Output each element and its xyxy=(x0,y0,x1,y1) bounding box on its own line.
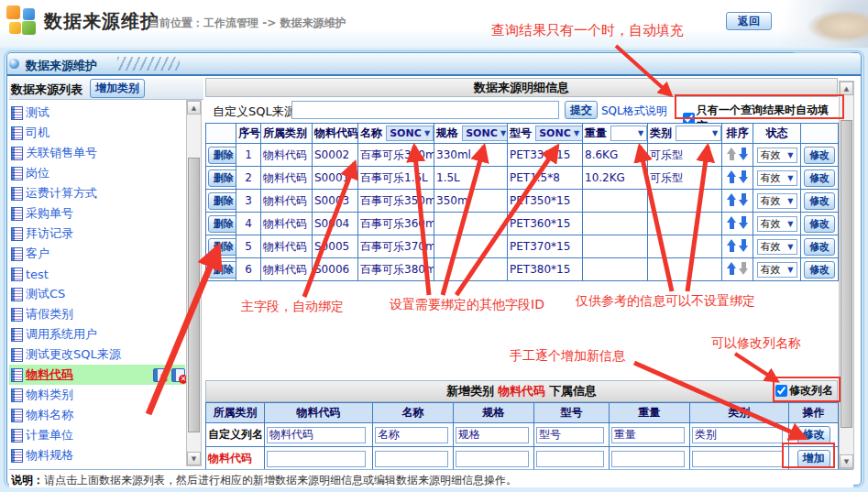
modify-button[interactable]: 修改 xyxy=(804,169,835,187)
custom-col-input-model[interactable] xyxy=(536,427,604,443)
spec-field-dropdown[interactable]: SONC▼ xyxy=(462,126,507,141)
sort-down-icon[interactable] xyxy=(739,216,749,229)
sidebar-item[interactable]: 物料名称 xyxy=(11,405,185,425)
status-dropdown[interactable]: 有效▼ xyxy=(757,193,797,209)
sidebar-item[interactable]: 计量单位 xyxy=(11,425,185,445)
document-icon xyxy=(11,247,23,261)
status-dropdown[interactable]: 有效▼ xyxy=(757,216,797,232)
custom-col-input-name[interactable] xyxy=(375,427,448,443)
sort-down-icon[interactable] xyxy=(739,239,749,252)
new-name-input[interactable] xyxy=(375,451,448,467)
modify-button[interactable]: 修改 xyxy=(804,192,835,210)
sidebar-item[interactable]: 调用系统用户 xyxy=(11,324,185,344)
rename-columns-checkbox[interactable] xyxy=(775,385,787,397)
model-field-dropdown[interactable]: SONC▼ xyxy=(535,126,582,141)
annotation-main-field: 主字段，自动绑定 xyxy=(241,299,344,315)
class-field-dropdown[interactable]: ▼ xyxy=(676,126,721,141)
sidebar-item[interactable]: 测试更改SQL来源 xyxy=(11,344,185,365)
status-dropdown[interactable]: 有效▼ xyxy=(757,239,797,255)
custom-column-name-row: 自定义列名 修改 xyxy=(206,423,839,447)
custom-col-input-spec[interactable] xyxy=(456,427,529,443)
table-row: 删除 5 物料代码 S0005 百事可乐370ml PET370*15 有效▼ … xyxy=(206,235,839,258)
modify-columns-button[interactable]: 修改 xyxy=(797,426,830,444)
sidebar-item[interactable]: 采购单号 xyxy=(11,203,185,224)
sidebar-item[interactable]: 客户 xyxy=(11,244,185,264)
col-class: 类别 ▼ xyxy=(648,124,722,144)
sidebar-item[interactable]: 测试CS xyxy=(11,284,185,304)
new-code-input[interactable] xyxy=(267,451,366,467)
custom-col-input-class[interactable] xyxy=(692,427,783,443)
sort-up-icon[interactable] xyxy=(727,170,737,183)
scroll-down-icon[interactable]: ▼ xyxy=(187,452,201,465)
tab-bullet-icon xyxy=(9,59,19,69)
modify-button[interactable]: 修改 xyxy=(804,147,835,164)
sort-up-icon[interactable] xyxy=(727,216,737,229)
col-category: 所属类别 xyxy=(261,124,313,144)
weight-field-dropdown[interactable]: ▼ xyxy=(610,126,647,141)
delete-button[interactable]: 删除 xyxy=(208,147,236,164)
custom-col-input-weight[interactable] xyxy=(611,427,685,443)
sidebar-item[interactable]: 运费计算方式 xyxy=(11,183,185,203)
sort-up-icon[interactable] xyxy=(727,193,737,206)
sort-up-icon[interactable] xyxy=(727,239,737,252)
document-icon xyxy=(11,348,23,362)
new-weight-input[interactable] xyxy=(611,451,685,467)
table-row: 删除 6 物料代码 S0006 百事可乐380ml PET380*15 有效▼ … xyxy=(206,258,839,281)
new-class-input[interactable] xyxy=(692,451,783,467)
annotation-rename-cols: 可以修改列名称 xyxy=(711,335,801,352)
new-model-input[interactable] xyxy=(536,451,604,467)
delete-button[interactable]: 删除 xyxy=(208,261,236,279)
status-dropdown[interactable]: 有效▼ xyxy=(757,262,797,278)
delete-button[interactable]: 删除 xyxy=(208,169,236,187)
delete-button[interactable]: 删除 xyxy=(208,192,236,210)
sidebar-item-selected[interactable]: 物料代码 xyxy=(9,365,185,385)
sidebar-item[interactable]: 岗位 xyxy=(11,163,185,183)
edit-icon[interactable] xyxy=(153,368,167,382)
scrollbar-thumb[interactable] xyxy=(841,120,852,428)
footer-note: 说明：请点击上面数据来源列表，然后进行相应的新增数据来源明细信息或编辑数据来源明… xyxy=(9,469,853,487)
sort-down-icon[interactable] xyxy=(739,262,749,275)
status-dropdown[interactable]: 有效▼ xyxy=(757,148,797,163)
scrollbar-thumb[interactable] xyxy=(188,158,200,432)
col-code: 物料代码 xyxy=(313,124,358,144)
delete-icon[interactable] xyxy=(171,368,185,382)
sidebar-item[interactable]: 物料规格 xyxy=(11,445,185,465)
custom-col-input-code[interactable] xyxy=(267,427,366,443)
sidebar-item[interactable]: 关联销售单号 xyxy=(11,143,185,163)
scroll-down-icon[interactable]: ▼ xyxy=(840,454,853,468)
modify-button[interactable]: 修改 xyxy=(804,215,835,233)
sort-down-icon[interactable] xyxy=(739,170,749,183)
scroll-up-icon[interactable]: ▲ xyxy=(187,101,201,115)
sort-up-icon[interactable] xyxy=(727,148,737,160)
sidebar-item[interactable]: 物料类别 xyxy=(11,385,185,405)
sql-source-input[interactable] xyxy=(291,101,559,119)
delete-button[interactable]: 删除 xyxy=(208,238,236,256)
sidebar-scrollbar[interactable]: ▲ ▼ xyxy=(186,100,202,466)
sort-down-icon[interactable] xyxy=(739,193,749,206)
sql-format-help-link[interactable]: SQL格式说明 xyxy=(601,104,667,119)
submit-button[interactable]: 提交 xyxy=(565,101,598,119)
sort-down-icon[interactable] xyxy=(739,148,749,160)
sidebar-item[interactable]: 司机 xyxy=(11,123,185,143)
new-spec-input[interactable] xyxy=(456,451,529,467)
document-icon xyxy=(11,288,23,301)
name-field-dropdown[interactable]: SONC▼ xyxy=(386,126,434,141)
document-icon xyxy=(11,368,23,382)
document-icon xyxy=(11,106,23,120)
sidebar-item[interactable]: 请假类别 xyxy=(11,304,185,324)
sql-bar: 自定义SQL来源: 提交 SQL格式说明 只有一个查询结果时自动填充 xyxy=(205,97,838,123)
col-model: 型号 SONC▼ xyxy=(508,124,583,144)
modify-button[interactable]: 修改 xyxy=(804,261,835,279)
modify-button[interactable]: 修改 xyxy=(804,238,835,256)
add-category-button[interactable]: 增加类别 xyxy=(90,79,145,98)
sidebar-item[interactable]: test xyxy=(11,264,185,284)
new-category-caption: 新增类别 物料代码 下属信息 xyxy=(205,380,838,402)
sidebar-item[interactable]: 拜访记录 xyxy=(11,224,185,244)
status-dropdown[interactable]: 有效▼ xyxy=(757,170,797,186)
sidebar-item[interactable]: 测试 xyxy=(11,103,185,123)
main-scrollbar[interactable]: ▲ ▼ xyxy=(839,81,854,469)
scroll-up-icon[interactable]: ▲ xyxy=(840,82,853,95)
delete-button[interactable]: 删除 xyxy=(208,215,236,233)
sort-up-icon[interactable] xyxy=(727,262,737,275)
add-button[interactable]: 增加 xyxy=(797,450,830,468)
